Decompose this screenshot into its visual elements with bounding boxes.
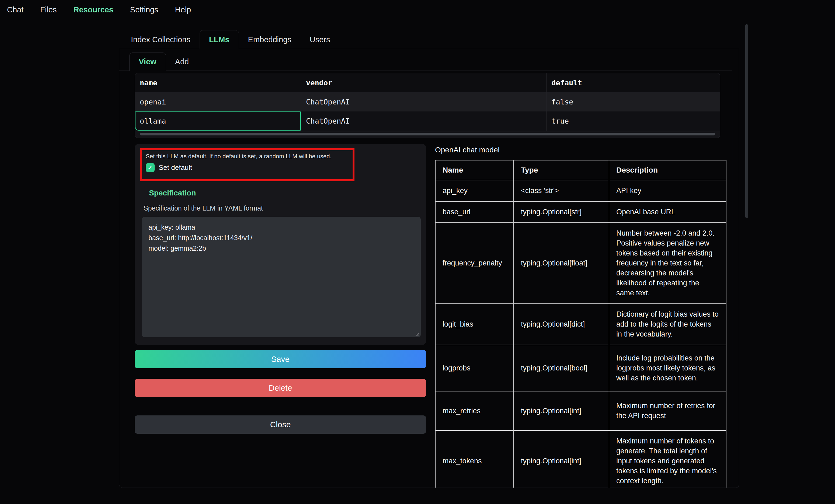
tab-llms[interactable]: LLMs <box>200 30 239 49</box>
param-description: Include log probabilities on the logprob… <box>609 345 726 391</box>
tab-index-collections[interactable]: Index Collections <box>122 30 200 49</box>
table-row: base_url typing.Optional[str] OpenAI bas… <box>435 202 726 223</box>
llm-cell-default: false <box>547 92 720 111</box>
llm-cell-vendor: ChatOpenAI <box>301 111 547 131</box>
nav-item-settings[interactable]: Settings <box>130 5 158 14</box>
llm-col-name: name <box>135 73 301 92</box>
subtab-bar: View Add <box>119 49 732 71</box>
view-tab-content: name vendor default openai ChatOpenAI fa… <box>119 71 739 488</box>
subtab-add[interactable]: Add <box>166 53 198 70</box>
main-tab-bar: Index Collections LLMs Embeddings Users <box>119 30 739 49</box>
param-name: max_retries <box>435 391 514 430</box>
set-default-checkbox[interactable]: ✓ <box>146 163 155 172</box>
close-button[interactable]: Close <box>135 415 426 434</box>
vertical-scrollbar-thumb[interactable] <box>745 24 748 218</box>
param-type: typing.Optional[int] <box>514 391 609 430</box>
param-name: api_key <box>435 180 514 202</box>
param-description: API key <box>609 180 726 202</box>
llm-col-vendor: vendor <box>301 73 547 92</box>
llm-col-default: default <box>547 73 720 92</box>
llm-cell-name-selected[interactable]: ollama <box>135 111 301 131</box>
table-row: logprobs typing.Optional[bool] Include l… <box>435 345 726 391</box>
top-nav: Chat Files Resources Settings Help <box>0 0 835 19</box>
param-type: <class 'str'> <box>514 180 609 202</box>
param-name: logprobs <box>435 345 514 391</box>
content-right-border <box>732 71 732 488</box>
param-type: typing.Optional[str] <box>514 202 609 223</box>
llm-cell-name: openai <box>135 92 301 111</box>
param-name: max_tokens <box>435 430 514 488</box>
table-row: frequency_penalty typing.Optional[float]… <box>435 223 726 304</box>
params-col-description: Description <box>609 160 726 180</box>
subtab-view[interactable]: View <box>129 52 166 71</box>
set-default-label: Set default <box>159 163 192 172</box>
param-description: Maximum number of tokens to generate. Th… <box>609 430 726 488</box>
llm-detail-card: Set this LLM as default. If no default i… <box>135 144 426 345</box>
checkmark-icon: ✓ <box>148 164 152 171</box>
param-description: OpenAI base URL <box>609 202 726 223</box>
llm-row-openai[interactable]: openai ChatOpenAI false <box>135 92 720 111</box>
param-description: Maximum number of retries for the API re… <box>609 391 726 430</box>
annotation-highlight: Set this LLM as default. If no default i… <box>140 148 354 181</box>
table-row: max_tokens typing.Optional[int] Maximum … <box>435 430 726 488</box>
hscrollbar-thumb[interactable] <box>140 133 715 135</box>
llm-cell-default: true <box>547 111 720 131</box>
param-type: typing.Optional[float] <box>514 223 609 304</box>
param-name: logit_bias <box>435 304 514 345</box>
param-description: Number between -2.0 and 2.0. Positive va… <box>609 223 726 304</box>
delete-button[interactable]: Delete <box>135 379 426 397</box>
params-col-name: Name <box>435 160 514 180</box>
llm-cell-vendor: ChatOpenAI <box>301 92 547 111</box>
nav-item-resources[interactable]: Resources <box>74 5 114 14</box>
nav-item-chat[interactable]: Chat <box>7 5 23 14</box>
llm-row-ollama[interactable]: ollama ChatOpenAI true <box>135 111 720 131</box>
llm-table-header: name vendor default <box>135 73 720 92</box>
param-type: typing.Optional[dict] <box>514 304 609 345</box>
tab-users[interactable]: Users <box>301 30 339 49</box>
llm-table-hscrollbar <box>135 131 720 138</box>
table-row: api_key <class 'str'> API key <box>435 180 726 202</box>
table-row: max_retries typing.Optional[int] Maximum… <box>435 391 726 430</box>
params-header-row: Name Type Description <box>435 160 726 180</box>
specification-yaml-input[interactable]: api_key: ollama base_url: http://localho… <box>142 217 421 337</box>
params-table: Name Type Description api_key <class 'st… <box>435 160 727 488</box>
param-name: frequency_penalty <box>435 223 514 304</box>
specification-heading: Specification <box>149 189 196 197</box>
resources-section: Index Collections LLMs Embeddings Users … <box>119 30 739 488</box>
tab-embeddings[interactable]: Embeddings <box>239 30 301 49</box>
table-row: logit_bias typing.Optional[dict] Diction… <box>435 304 726 345</box>
param-type: typing.Optional[int] <box>514 430 609 488</box>
llm-table: name vendor default openai ChatOpenAI fa… <box>135 73 720 138</box>
params-title: OpenAI chat model <box>435 146 500 154</box>
nav-item-files[interactable]: Files <box>40 5 57 14</box>
param-name: base_url <box>435 202 514 223</box>
param-type: typing.Optional[bool] <box>514 345 609 391</box>
param-description: Dictionary of logit bias values to add t… <box>609 304 726 345</box>
specification-subtitle: Specification of the LLM in YAML format <box>144 204 263 212</box>
set-default-note: Set this LLM as default. If no default i… <box>146 153 349 160</box>
llms-panel: View Add name vendor default openai Chat… <box>119 49 739 488</box>
set-default-row: ✓ Set default <box>146 163 349 172</box>
params-col-type: Type <box>514 160 609 180</box>
nav-item-help[interactable]: Help <box>175 5 191 14</box>
save-button[interactable]: Save <box>135 350 426 368</box>
